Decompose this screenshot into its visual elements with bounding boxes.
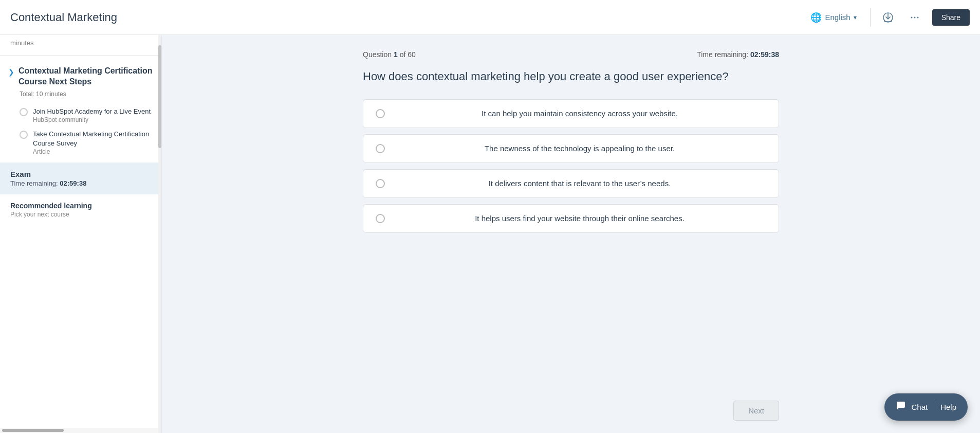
question-text: How does contextual marketing help you c… (363, 69, 779, 85)
next-button[interactable]: Next (733, 401, 779, 421)
chat-icon (896, 401, 906, 413)
minutes-label: minutes (10, 39, 34, 47)
chat-label: Chat (911, 403, 928, 411)
share-button[interactable]: Share (932, 9, 970, 26)
exam-time: Time remaining: 02:59:38 (10, 179, 151, 187)
more-icon (910, 12, 920, 23)
option-item-2[interactable]: The newness of the technology is appeali… (363, 134, 779, 163)
sidebar-item-survey[interactable]: Take Contextual Marketing Certification … (8, 127, 153, 158)
svg-point-3 (917, 16, 918, 18)
page-title: Contextual Marketing (10, 11, 117, 24)
item-subtitle-1: HubSpot community (33, 116, 153, 123)
sidebar-item-live-event[interactable]: Join HubSpot Academy for a Live Event Hu… (8, 104, 153, 127)
item-title-1: Join HubSpot Academy for a Live Event (33, 107, 153, 116)
option-radio-4 (376, 214, 385, 223)
option-item-4[interactable]: It helps users find your website through… (363, 204, 779, 233)
recommended-title: Recommended learning (10, 202, 151, 210)
svg-point-2 (914, 16, 915, 18)
exam-time-prefix: Time remaining: (10, 179, 60, 187)
exam-label: Exam (10, 170, 151, 178)
item-subtitle-2: Article (33, 148, 153, 155)
section-total: Total: 10 minutes (20, 91, 153, 98)
quiz-panel: Question 1 of 60 Time remaining: 02:59:3… (347, 35, 794, 388)
header-separator (870, 8, 871, 27)
option-text-4: It helps users find your website through… (393, 214, 766, 223)
recommended-section: Recommended learning Pick your next cour… (0, 194, 161, 225)
download-button[interactable] (879, 8, 897, 27)
option-radio-3 (376, 179, 385, 188)
horizontal-scrollbar[interactable] (0, 428, 158, 433)
more-options-button[interactable] (905, 8, 924, 27)
sidebar-section: ❯ Contextual Marketing Certification Cou… (0, 60, 161, 163)
recommended-subtitle: Pick your next course (10, 211, 151, 218)
item-content-2: Take Contextual Marketing Certification … (33, 130, 153, 155)
question-number: 1 (394, 50, 398, 59)
chat-widget[interactable]: Chat Help (884, 393, 968, 421)
sidebar-scrollbar-thumb (158, 45, 161, 148)
globe-icon: 🌐 (810, 12, 822, 23)
options-list: It can help you maintain consistency acr… (363, 99, 779, 233)
language-label: English (825, 13, 850, 22)
main-layout: minutes ❯ Contextual Marketing Certifica… (0, 35, 980, 433)
sidebar-divider-top (0, 55, 161, 56)
option-text-2: The newness of the technology is appeali… (393, 144, 766, 153)
exam-time-value: 02:59:38 (60, 179, 86, 187)
item-radio-1 (20, 108, 28, 116)
section-header: ❯ Contextual Marketing Certification Cou… (8, 66, 153, 87)
option-text-3: It delivers content that is relevant to … (393, 179, 766, 188)
language-selector[interactable]: 🌐 English ▾ (805, 9, 861, 26)
nav-area: Next (347, 388, 794, 433)
page-header: Contextual Marketing 🌐 English ▾ Share (0, 0, 980, 35)
sidebar: minutes ❯ Contextual Marketing Certifica… (0, 35, 162, 433)
time-remaining: Time remaining: 02:59:38 (697, 50, 779, 59)
sidebar-scrollbar[interactable] (158, 35, 161, 433)
exam-box: Exam Time remaining: 02:59:38 (0, 163, 161, 194)
chevron-down-icon: ▾ (854, 14, 857, 21)
help-label: Help (934, 403, 956, 411)
content-area: Question 1 of 60 Time remaining: 02:59:3… (162, 35, 980, 433)
option-item-1[interactable]: It can help you maintain consistency acr… (363, 99, 779, 128)
section-title: Contextual Marketing Certification Cours… (19, 66, 153, 87)
header-actions: 🌐 English ▾ Share (805, 8, 970, 27)
scrollbar-thumb (2, 429, 64, 432)
quiz-meta: Question 1 of 60 Time remaining: 02:59:3… (363, 50, 779, 59)
option-item-3[interactable]: It delivers content that is relevant to … (363, 169, 779, 198)
chat-bubble-icon (896, 401, 906, 411)
option-text-1: It can help you maintain consistency acr… (393, 109, 766, 118)
chevron-down-icon: ❯ (8, 68, 14, 76)
question-label: Question 1 of 60 (363, 50, 416, 59)
download-icon (883, 12, 893, 23)
svg-point-1 (911, 16, 912, 18)
option-radio-2 (376, 144, 385, 153)
option-radio-1 (376, 109, 385, 118)
question-label-text: Question (363, 50, 392, 59)
item-content-1: Join HubSpot Academy for a Live Event Hu… (33, 107, 153, 123)
item-radio-2 (20, 131, 28, 139)
sidebar-minutes: minutes (0, 35, 161, 51)
item-title-2: Take Contextual Marketing Certification … (33, 130, 153, 148)
